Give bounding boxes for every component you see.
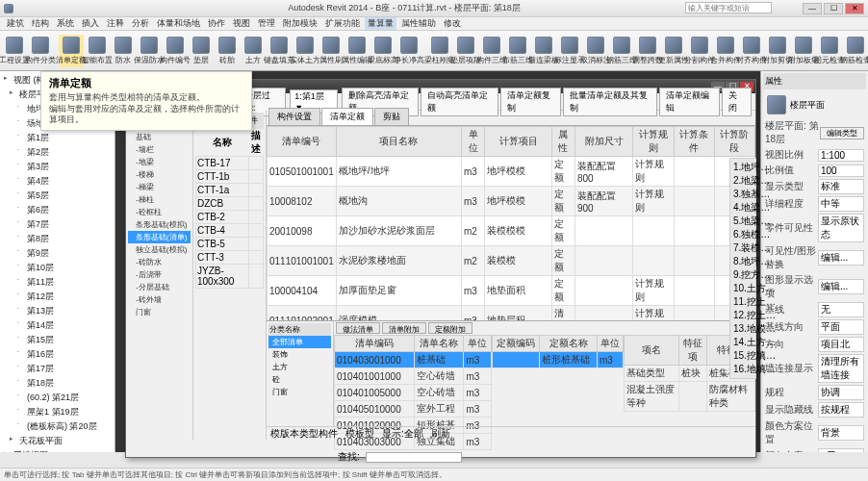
grid-row[interactable]: 100004104加厚面垫足窗m3地垫面积定额计算规则 xyxy=(268,276,755,306)
tree-node[interactable]: 第14层 xyxy=(2,318,113,333)
ribbon-button[interactable]: 梁柱刚集 xyxy=(427,35,452,67)
menu-tab[interactable]: 修改 xyxy=(441,17,464,30)
list-row[interactable]: CTB-17 xyxy=(196,157,264,170)
tree-node[interactable]: 屋架1 第19层 xyxy=(2,405,113,419)
tab[interactable]: 剪贴 xyxy=(374,108,409,125)
tree-node[interactable]: (檐板标高) 第20层 xyxy=(2,419,113,434)
sub-tab[interactable]: 定额附加 xyxy=(428,322,472,334)
type-item[interactable]: -砼框柱 xyxy=(128,206,191,218)
category-item[interactable]: 门窗 xyxy=(268,386,331,398)
type-item[interactable]: 独立基础(模拟) xyxy=(128,243,191,256)
property-row[interactable]: 基线无 xyxy=(763,301,866,318)
list-row[interactable]: CTT-3 xyxy=(196,251,264,265)
grid-row[interactable]: 20010098加沙加砂水泥砂浆面层m2装模模模定额 xyxy=(268,216,755,246)
stage-item[interactable]: 10.土方… xyxy=(732,282,753,295)
main-grid[interactable]: 清单编号项目名称单位计算项目属性附加尺寸计算规则计算条件计算阶段01050100… xyxy=(267,126,755,320)
ribbon-button[interactable]: 墙连梁板 xyxy=(531,35,556,67)
tree-node[interactable]: 第13层 xyxy=(2,304,113,318)
stage-item[interactable]: 6.独模… xyxy=(732,228,753,241)
ribbon-button[interactable]: 构件分类 xyxy=(28,35,53,67)
property-row[interactable]: 基线方向平面 xyxy=(763,318,866,336)
stage-item[interactable]: 9.挖方… xyxy=(732,268,753,282)
ribbon-button[interactable]: 防水 xyxy=(111,35,136,67)
property-row[interactable]: 详细程度中等 xyxy=(763,195,866,213)
type-item[interactable]: -地梁 xyxy=(128,156,191,168)
component-list-panel[interactable]: 本工程全部构件名称描述CTB-17CTT-1bCTT-1aDZCBCTB-2CT… xyxy=(193,111,267,440)
tree-node[interactable]: 天花板平面 xyxy=(2,434,113,448)
help-search-input[interactable] xyxy=(685,2,772,13)
menu-tab[interactable]: 视图 xyxy=(230,17,253,30)
menu-tab[interactable]: 系统 xyxy=(54,17,77,30)
category-item[interactable]: 砼 xyxy=(268,373,331,386)
ribbon-button[interactable]: 垫层项段 xyxy=(453,35,478,67)
menu-tab[interactable]: 插入 xyxy=(79,17,102,30)
stage-item[interactable]: 4.地梁… xyxy=(732,201,753,215)
category-item[interactable]: 全部清单 xyxy=(268,336,331,348)
ribbon-button[interactable]: 保温防水 xyxy=(137,35,162,67)
property-row[interactable]: 视图比例1:100 xyxy=(763,147,866,163)
ribbon-button[interactable]: 梁底标高 xyxy=(370,35,396,67)
tree-node[interactable]: 第3层 xyxy=(2,160,113,174)
ribbon-button[interactable]: 钢筋检查 xyxy=(843,35,868,67)
list-row[interactable]: DZCB xyxy=(196,197,264,211)
type-item[interactable]: -墙栏 xyxy=(128,143,191,156)
stage-item[interactable]: 15.挖填… xyxy=(732,349,753,363)
list-row[interactable]: CTB-5 xyxy=(196,238,264,251)
menu-tab[interactable]: 协作 xyxy=(205,17,228,30)
ribbon-button[interactable]: 智能布置 xyxy=(85,35,110,67)
type-item[interactable]: 基础 xyxy=(128,131,191,143)
grid-row[interactable]: 010401005000空心砖墙m3 xyxy=(335,385,492,401)
component-type-panel[interactable]: 构件类型基础-墙栏-地梁-楼梯-梯梁-梯柱-砼框柱条形基础(模拟)条形基础(清单… xyxy=(126,111,193,440)
stage-item[interactable]: 8.地坪… xyxy=(732,255,753,268)
stage-item[interactable]: 2.地梁… xyxy=(732,174,753,188)
type-item[interactable]: -梯梁 xyxy=(128,181,191,193)
type-item[interactable]: -楼梯 xyxy=(128,168,191,181)
menu-tab[interactable]: 注释 xyxy=(104,17,127,30)
tree-node[interactable]: 第15层 xyxy=(2,333,113,347)
type-item[interactable]: -后浇带 xyxy=(128,268,191,281)
tree-node[interactable]: 第5层 xyxy=(2,189,113,203)
sub-tab[interactable]: 做法清单 xyxy=(336,322,380,334)
stage-item[interactable]: 7.装模… xyxy=(732,241,753,255)
property-row[interactable]: 墙连接显示清理所有墙连接 xyxy=(763,353,866,384)
ribbon-button[interactable]: 土方 xyxy=(241,35,266,67)
stage-item[interactable]: 5.地梁… xyxy=(732,215,753,228)
list-row[interactable]: CTT-1a xyxy=(196,184,264,197)
ribbon-button[interactable]: 砖胎 xyxy=(215,35,240,67)
ribbon-button[interactable]: 属性刷 xyxy=(319,35,344,67)
menu-tab[interactable]: 建筑 xyxy=(4,17,27,30)
type-item[interactable]: 条形基础(模拟) xyxy=(128,218,191,231)
category-panel[interactable]: 分类名称全部清单装饰土方砼门窗 xyxy=(267,321,334,426)
grid-row[interactable]: 桩形桩基础m3 xyxy=(493,352,624,368)
type-item[interactable]: -砖防水 xyxy=(128,256,191,268)
list-row[interactable]: CTT-1b xyxy=(196,170,264,184)
ribbon-button[interactable]: 实体土方 xyxy=(293,35,318,67)
ribbon-button[interactable]: 调整跨数 xyxy=(635,35,660,67)
ribbon-button[interactable]: 附加剪切 xyxy=(765,35,790,67)
menu-tab[interactable]: 结构 xyxy=(29,17,52,30)
stage-item[interactable]: 16.地填… xyxy=(732,363,753,376)
tree-node[interactable]: 第17层 xyxy=(2,362,113,376)
property-row[interactable]: 图形显示选项编辑... xyxy=(763,272,866,301)
ribbon-button[interactable]: 更新属性 xyxy=(661,35,686,67)
sub-tab[interactable]: 清单附加 xyxy=(382,322,426,334)
tree-node[interactable]: (60.2) 第21层 xyxy=(2,391,113,405)
tree-node[interactable]: 第4层 xyxy=(2,174,113,189)
grid-row[interactable]: 10008102概地沟m3地坪模模定额装配配置 900计算规则 xyxy=(268,187,755,216)
close-button[interactable]: ✕ xyxy=(845,3,864,14)
ribbon-button[interactable]: 钢筋三维 xyxy=(609,35,634,67)
stage-item[interactable]: 13.地模… xyxy=(732,322,753,336)
category-item[interactable]: 土方 xyxy=(268,361,331,373)
menu-tab[interactable]: 量算量 xyxy=(365,17,396,30)
footer-item[interactable]: 模板型 xyxy=(345,427,374,441)
tree-node[interactable]: 第6层 xyxy=(2,203,113,217)
property-row[interactable]: 零件可见性显示原状态 xyxy=(763,213,866,243)
grid-row[interactable]: 011101002001强度模模m3地垫层积清单计算规则 xyxy=(268,306,755,321)
search-input[interactable] xyxy=(366,452,462,463)
list-row[interactable]: CTB-2 xyxy=(196,211,264,224)
stage-item[interactable]: 12.挖土… xyxy=(732,309,753,322)
property-row[interactable]: 规程协调 xyxy=(763,384,866,401)
ribbon-button[interactable]: 取消标注 xyxy=(583,35,608,67)
tab[interactable]: 清单定额 xyxy=(321,108,373,125)
ribbon-button[interactable]: 标注显示 xyxy=(557,35,582,67)
